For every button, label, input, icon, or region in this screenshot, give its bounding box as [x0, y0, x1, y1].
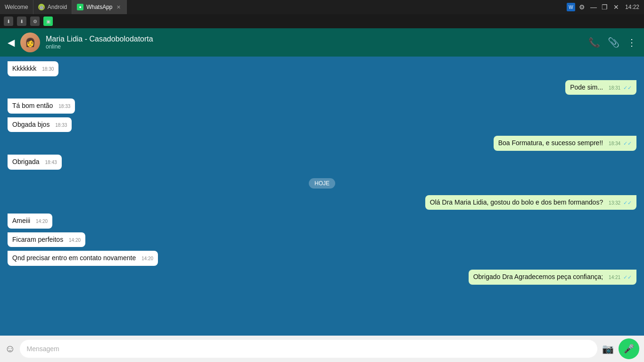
message-input-box[interactable]: Mensagem: [20, 340, 597, 358]
message-time: 18:31: [609, 85, 620, 90]
system-time: 14:22: [625, 4, 639, 10]
system-bar: ⬇ ⬇ ⚙ ▣: [0, 14, 644, 28]
message-text: Tá bom então: [12, 102, 53, 109]
chat-header: ◀ 👩 Maria Lidia - Casadobolodatorta onli…: [0, 28, 644, 57]
message-row: Obrigada 18:43: [8, 155, 636, 170]
tab-welcome-label: Welcome: [5, 4, 28, 10]
message-time: 13:32: [609, 200, 620, 206]
message-time: 18:30: [42, 66, 54, 72]
download-icon-1[interactable]: ⬇: [4, 16, 13, 26]
title-bar: Welcome 🤖 Android ● WhatsApp ✕ W ⚙ — ❐ ✕…: [0, 0, 644, 14]
message-text: Obgada bjos: [12, 121, 50, 128]
message-time: 18:33: [55, 123, 67, 128]
message-text: Boa Formatura, e sucesso sempre!!: [498, 139, 603, 147]
tab-welcome[interactable]: Welcome: [0, 0, 33, 14]
message-row: Ficaram perfeitos 14:20: [8, 232, 636, 247]
message-text: Kkkkkkk: [12, 65, 36, 72]
phone-icon[interactable]: 📞: [588, 37, 600, 48]
message-time: 14:21: [609, 275, 620, 280]
message-bubble: Tá bom então 18:33: [8, 99, 75, 114]
message-bubble: Kkkkkkk 18:30: [8, 61, 58, 76]
message-row: Obgada bjos 18:33: [8, 117, 636, 132]
message-text: Ameiii: [12, 217, 30, 224]
message-row: Tá bom então 18:33: [8, 99, 636, 114]
contact-name: Maria Lidia - Casadobolodatorta: [46, 35, 583, 43]
message-bubble: Qnd precisar entro em contato novamente …: [8, 251, 158, 266]
message-text: Qnd precisar entro em contato novamente: [12, 254, 136, 262]
message-time: 18:33: [58, 104, 70, 109]
message-row: Obrigado Dra Agradecemos peça confiança;…: [8, 270, 636, 285]
restore-button[interactable]: ❐: [601, 3, 609, 11]
contact-info: Maria Lidia - Casadobolodatorta online: [46, 35, 583, 50]
window-controls: W ⚙ — ❐ ✕: [567, 3, 620, 11]
download-icon-2[interactable]: ⬇: [17, 16, 26, 26]
chat-input-area: ☺ Mensagem 📷 🎤: [0, 336, 644, 362]
message-time: 18:43: [45, 160, 57, 165]
minimize-button[interactable]: —: [589, 3, 598, 11]
settings-icon[interactable]: ⚙: [578, 3, 586, 11]
read-ticks: ✓✓: [623, 140, 632, 146]
title-bar-right: W ⚙ — ❐ ✕ 14:22: [567, 3, 644, 11]
whatsapp-tab-icon: ●: [77, 4, 83, 10]
contact-status: online: [46, 43, 583, 50]
read-ticks: ✓✓: [623, 200, 632, 206]
more-options-icon[interactable]: ⋮: [627, 37, 636, 48]
message-input-placeholder: Mensagem: [26, 345, 59, 353]
attachment-icon[interactable]: 📎: [608, 37, 619, 48]
message-bubble: Boa Formatura, e sucesso sempre!! 18:34 …: [494, 136, 636, 151]
android-icon: 🤖: [38, 4, 45, 10]
message-row: Boa Formatura, e sucesso sempre!! 18:34 …: [8, 136, 636, 151]
avatar-image: 👩: [20, 33, 40, 52]
message-time: 14:20: [141, 256, 153, 261]
settings-sys-icon[interactable]: ⚙: [30, 16, 40, 26]
close-button[interactable]: ✕: [612, 3, 620, 11]
camera-button[interactable]: 📷: [602, 343, 614, 354]
message-bubble: Ficaram perfeitos 14:20: [8, 232, 85, 247]
message-text: Pode sim...: [570, 83, 603, 91]
message-text: Ficaram perfeitos: [12, 236, 63, 243]
android-status-icon[interactable]: ▣: [43, 16, 53, 26]
tab-whatsapp[interactable]: ● WhatsApp ✕: [72, 0, 126, 14]
header-icons: 📞 📎 ⋮: [588, 37, 636, 48]
message-bubble: Pode sim... 18:31 ✓✓: [565, 80, 636, 95]
contact-avatar[interactable]: 👩: [20, 33, 40, 52]
message-bubble: Ameiii 14:20: [8, 214, 52, 229]
message-bubble: Obrigado Dra Agradecemos peça confiança;…: [469, 270, 636, 285]
wordnet-icon: W: [567, 3, 575, 11]
whatsapp-container: ◀ 👩 Maria Lidia - Casadobolodatorta onli…: [0, 28, 644, 362]
message-row: Qnd precisar entro em contato novamente …: [8, 251, 636, 266]
emoji-button[interactable]: ☺: [5, 343, 15, 355]
read-ticks: ✓✓: [623, 274, 632, 280]
message-row: Ameiii 14:20: [8, 214, 636, 229]
message-bubble: Olá Dra Maria Lidia, gostou do bolo e do…: [425, 195, 636, 210]
message-bubble: Obrigada 18:43: [8, 155, 62, 170]
mic-button[interactable]: 🎤: [619, 338, 639, 359]
message-text: Obrigado Dra Agradecemos peça confiança;: [473, 273, 603, 280]
date-divider: HOJE: [8, 178, 636, 189]
read-ticks: ✓✓: [623, 85, 632, 90]
message-row: Pode sim... 18:31 ✓✓: [8, 80, 636, 95]
tab-whatsapp-close[interactable]: ✕: [116, 4, 122, 10]
message-text: Olá Dra Maria Lidia, gostou do bolo e do…: [430, 198, 603, 206]
message-bubble: Obgada bjos 18:33: [8, 117, 72, 132]
tab-list: Welcome 🤖 Android ● WhatsApp ✕: [0, 0, 127, 14]
tab-android-label: Android: [48, 4, 67, 10]
chat-body: Kkkkkkk 18:30 Pode sim... 18:31 ✓✓ Tá bo…: [0, 57, 644, 336]
system-bar-icons: ⬇ ⬇ ⚙ ▣: [4, 16, 53, 26]
message-row: Kkkkkkk 18:30: [8, 61, 636, 76]
back-button[interactable]: ◀: [8, 37, 15, 48]
message-time: 14:20: [36, 219, 48, 224]
tab-whatsapp-label: WhatsApp: [86, 4, 112, 10]
message-text: Obrigada: [12, 158, 40, 165]
message-row: Olá Dra Maria Lidia, gostou do bolo e do…: [8, 195, 636, 210]
message-time: 14:20: [69, 238, 81, 243]
tab-android[interactable]: 🤖 Android: [33, 0, 72, 14]
date-label: HOJE: [309, 178, 335, 189]
message-time: 18:34: [609, 141, 620, 146]
